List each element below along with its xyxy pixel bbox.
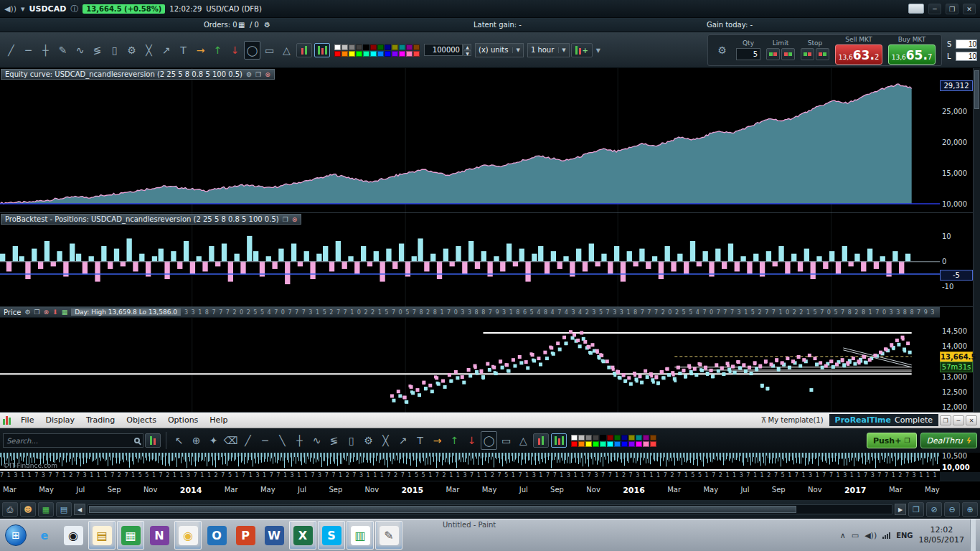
network-icon[interactable] (882, 532, 890, 539)
color-swatch[interactable] (406, 51, 413, 57)
wrench-icon[interactable]: ⚙ (246, 71, 252, 78)
scroll-left-button[interactable]: ◀ (74, 504, 85, 515)
color-swatch[interactable] (636, 435, 642, 441)
timeframe-select[interactable]: 1 hour▼ (527, 43, 570, 57)
keyboard-icon[interactable] (908, 4, 924, 14)
color-swatch[interactable] (406, 44, 413, 50)
positions-chart[interactable] (0, 213, 940, 307)
menu-display[interactable]: Display (39, 414, 80, 426)
taskbar-app-trading-app[interactable]: ▦ (117, 521, 144, 550)
zoom-tool[interactable]: ⊕ (188, 431, 204, 450)
order-settings-icon[interactable]: ⚙ (714, 41, 730, 60)
scroll-right-button[interactable]: ▶ (895, 504, 906, 515)
menu-objects[interactable]: Objects (121, 414, 162, 426)
dealthru-button[interactable]: DealThruϟ (920, 433, 978, 448)
arrow-up-tool[interactable]: ↑ (446, 431, 463, 450)
chart-list-icon[interactable]: ▦ (38, 502, 54, 517)
tray-clock[interactable]: 12:0218/05/2017 (919, 525, 964, 545)
arrow-down-tool[interactable]: ↓ (463, 431, 480, 450)
color-swatch[interactable] (349, 44, 355, 50)
volume-icon[interactable]: ◀)) (864, 531, 877, 540)
chart-style-candles-button[interactable] (551, 433, 567, 448)
trendline-tool[interactable]: ╱ (3, 41, 19, 60)
pin-icon[interactable]: ⊼ (761, 415, 767, 425)
color-swatch[interactable] (334, 44, 341, 50)
color-swatch[interactable] (650, 435, 656, 441)
channel-tool[interactable]: ≶ (326, 431, 342, 450)
maximize-button[interactable]: ❒ (946, 4, 958, 14)
alert-tool[interactable]: ✦ (205, 431, 222, 450)
buy-stop-button[interactable] (816, 48, 829, 60)
quantity-input[interactable]: 100000 (424, 44, 463, 56)
color-swatch[interactable] (377, 44, 384, 50)
color-swatch[interactable] (341, 44, 348, 50)
vertical-cross-tool[interactable]: ┼ (291, 431, 308, 450)
color-swatch[interactable] (392, 44, 398, 50)
color-swatch[interactable] (341, 51, 348, 57)
color-swatch[interactable] (356, 44, 362, 50)
color-swatch[interactable] (363, 44, 369, 50)
chevron-down-icon[interactable]: ▾ (21, 4, 25, 14)
cursor-tool[interactable]: ↖ (171, 431, 187, 450)
wrench-icon[interactable]: ⚙ (24, 309, 30, 316)
taskbar-app-media-player[interactable]: ◉ (60, 521, 87, 550)
color-swatch[interactable] (643, 435, 649, 441)
color-swatch[interactable] (593, 435, 599, 441)
search-input[interactable]: Search... (3, 433, 143, 448)
arrow-down-tool[interactable]: ↓ (227, 41, 243, 60)
profile-icon[interactable]: ☻ (20, 502, 36, 517)
taskbar-app-excel[interactable]: X (289, 521, 316, 550)
template-label[interactable]: My template(1) (768, 416, 824, 424)
menu-trading[interactable]: Trading (80, 414, 121, 426)
start-button[interactable]: ⊞ (1, 521, 30, 550)
color-swatch[interactable] (578, 435, 585, 441)
sell-market-button[interactable]: 13,663.2 (835, 44, 882, 65)
limit-l-input[interactable] (956, 52, 977, 61)
arrow-up-tool[interactable]: ↑ (209, 41, 226, 60)
color-swatch[interactable] (385, 51, 391, 57)
color-swatch[interactable] (571, 441, 578, 447)
taskbar-app-word[interactable]: W (260, 521, 288, 550)
audio-icon[interactable]: ◀)) (4, 4, 17, 14)
chart-style-candles-button[interactable] (314, 43, 330, 57)
color-swatch[interactable] (650, 441, 656, 447)
color-swatch[interactable] (607, 435, 613, 441)
segment-tool[interactable]: ╲ (274, 431, 291, 450)
zoom-out-icon[interactable]: ⊖ (944, 502, 960, 517)
sell-limit-button[interactable] (766, 48, 780, 60)
window-icon[interactable]: ❐ (255, 71, 261, 78)
menu-help[interactable]: Help (204, 414, 233, 426)
zigzag-tool[interactable]: ∿ (308, 431, 325, 450)
window-icon[interactable]: ❐ (34, 309, 39, 316)
color-swatch[interactable] (585, 435, 592, 441)
cross-tool[interactable]: ╳ (377, 431, 394, 450)
chart-menu-caret[interactable]: ▼ (594, 41, 603, 60)
color-swatch[interactable] (370, 51, 377, 57)
color-swatch[interactable] (643, 441, 649, 447)
price-chart[interactable] (0, 318, 940, 413)
buy-limit-button[interactable] (781, 48, 795, 60)
show-desktop-button[interactable] (970, 519, 976, 551)
search-chart-icon[interactable]: ⊘ (926, 502, 942, 517)
text-tool[interactable]: T (175, 41, 192, 60)
settings-tool[interactable]: ⚙ (360, 431, 377, 450)
settings-tool[interactable]: ⚙ (123, 41, 140, 60)
color-swatch[interactable] (334, 51, 341, 57)
color-swatch[interactable] (636, 441, 642, 447)
units-select[interactable]: (x) units▼ (475, 43, 524, 57)
color-swatch[interactable] (349, 51, 355, 57)
orders-gear-icon[interactable]: ⚙ (264, 21, 270, 29)
minimize-icon[interactable]: ─ (953, 415, 964, 425)
orders-grid-icon[interactable]: ▦ (238, 21, 245, 29)
close-icon[interactable]: ⊗ (292, 216, 298, 223)
language-indicator[interactable]: ENG (896, 532, 913, 540)
horizontal-scrollbar[interactable] (88, 504, 892, 514)
delete-tool[interactable]: ▯ (343, 431, 359, 450)
color-swatch[interactable] (628, 441, 635, 447)
close-button[interactable]: ✕ (963, 4, 976, 14)
color-swatch[interactable] (600, 441, 606, 447)
taskbar-app-prorealtime[interactable]: ▥ (347, 521, 374, 550)
zoom-in-icon[interactable]: ⊕ (962, 502, 978, 517)
record-icon[interactable]: ⬇ (52, 309, 58, 316)
display-icon[interactable]: ▭ (852, 531, 859, 540)
